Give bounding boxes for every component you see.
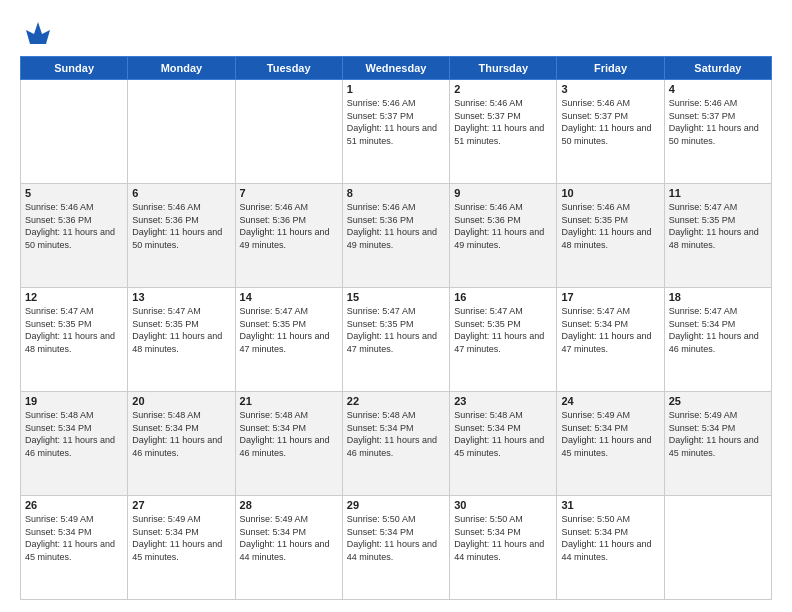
calendar-cell: 30Sunrise: 5:50 AMSunset: 5:34 PMDayligh… [450, 496, 557, 600]
calendar-cell: 3Sunrise: 5:46 AMSunset: 5:37 PMDaylight… [557, 80, 664, 184]
day-number: 13 [132, 291, 230, 303]
day-number: 21 [240, 395, 338, 407]
calendar-cell: 13Sunrise: 5:47 AMSunset: 5:35 PMDayligh… [128, 288, 235, 392]
calendar-cell: 8Sunrise: 5:46 AMSunset: 5:36 PMDaylight… [342, 184, 449, 288]
calendar-cell: 12Sunrise: 5:47 AMSunset: 5:35 PMDayligh… [21, 288, 128, 392]
calendar-cell: 10Sunrise: 5:46 AMSunset: 5:35 PMDayligh… [557, 184, 664, 288]
calendar-cell: 24Sunrise: 5:49 AMSunset: 5:34 PMDayligh… [557, 392, 664, 496]
day-number: 15 [347, 291, 445, 303]
calendar-table: SundayMondayTuesdayWednesdayThursdayFrid… [20, 56, 772, 600]
day-number: 5 [25, 187, 123, 199]
day-number: 12 [25, 291, 123, 303]
day-number: 17 [561, 291, 659, 303]
day-info: Sunrise: 5:47 AMSunset: 5:35 PMDaylight:… [669, 201, 767, 251]
calendar-cell [235, 80, 342, 184]
day-number: 19 [25, 395, 123, 407]
calendar-week-1: 1Sunrise: 5:46 AMSunset: 5:37 PMDaylight… [21, 80, 772, 184]
day-info: Sunrise: 5:49 AMSunset: 5:34 PMDaylight:… [25, 513, 123, 563]
calendar-cell: 15Sunrise: 5:47 AMSunset: 5:35 PMDayligh… [342, 288, 449, 392]
weekday-header-tuesday: Tuesday [235, 57, 342, 80]
calendar-cell: 9Sunrise: 5:46 AMSunset: 5:36 PMDaylight… [450, 184, 557, 288]
weekday-header-sunday: Sunday [21, 57, 128, 80]
calendar-cell: 28Sunrise: 5:49 AMSunset: 5:34 PMDayligh… [235, 496, 342, 600]
day-info: Sunrise: 5:46 AMSunset: 5:36 PMDaylight:… [240, 201, 338, 251]
day-number: 8 [347, 187, 445, 199]
calendar-cell [664, 496, 771, 600]
day-info: Sunrise: 5:46 AMSunset: 5:35 PMDaylight:… [561, 201, 659, 251]
calendar-cell: 16Sunrise: 5:47 AMSunset: 5:35 PMDayligh… [450, 288, 557, 392]
calendar-week-2: 5Sunrise: 5:46 AMSunset: 5:36 PMDaylight… [21, 184, 772, 288]
calendar-cell [128, 80, 235, 184]
day-info: Sunrise: 5:46 AMSunset: 5:37 PMDaylight:… [347, 97, 445, 147]
day-info: Sunrise: 5:47 AMSunset: 5:35 PMDaylight:… [454, 305, 552, 355]
day-info: Sunrise: 5:49 AMSunset: 5:34 PMDaylight:… [240, 513, 338, 563]
day-info: Sunrise: 5:46 AMSunset: 5:37 PMDaylight:… [669, 97, 767, 147]
calendar-cell: 4Sunrise: 5:46 AMSunset: 5:37 PMDaylight… [664, 80, 771, 184]
day-info: Sunrise: 5:46 AMSunset: 5:36 PMDaylight:… [347, 201, 445, 251]
calendar-cell: 11Sunrise: 5:47 AMSunset: 5:35 PMDayligh… [664, 184, 771, 288]
calendar-cell: 7Sunrise: 5:46 AMSunset: 5:36 PMDaylight… [235, 184, 342, 288]
day-info: Sunrise: 5:48 AMSunset: 5:34 PMDaylight:… [25, 409, 123, 459]
day-info: Sunrise: 5:50 AMSunset: 5:34 PMDaylight:… [347, 513, 445, 563]
day-number: 29 [347, 499, 445, 511]
calendar-cell: 5Sunrise: 5:46 AMSunset: 5:36 PMDaylight… [21, 184, 128, 288]
logo [20, 16, 54, 48]
calendar-page: SundayMondayTuesdayWednesdayThursdayFrid… [0, 0, 792, 612]
calendar-cell: 29Sunrise: 5:50 AMSunset: 5:34 PMDayligh… [342, 496, 449, 600]
day-number: 31 [561, 499, 659, 511]
calendar-cell: 6Sunrise: 5:46 AMSunset: 5:36 PMDaylight… [128, 184, 235, 288]
day-number: 9 [454, 187, 552, 199]
day-number: 3 [561, 83, 659, 95]
day-info: Sunrise: 5:48 AMSunset: 5:34 PMDaylight:… [132, 409, 230, 459]
calendar-week-4: 19Sunrise: 5:48 AMSunset: 5:34 PMDayligh… [21, 392, 772, 496]
day-info: Sunrise: 5:46 AMSunset: 5:36 PMDaylight:… [25, 201, 123, 251]
day-info: Sunrise: 5:46 AMSunset: 5:36 PMDaylight:… [132, 201, 230, 251]
day-number: 16 [454, 291, 552, 303]
day-number: 18 [669, 291, 767, 303]
calendar-week-5: 26Sunrise: 5:49 AMSunset: 5:34 PMDayligh… [21, 496, 772, 600]
day-number: 26 [25, 499, 123, 511]
weekday-header-wednesday: Wednesday [342, 57, 449, 80]
weekday-header-row: SundayMondayTuesdayWednesdayThursdayFrid… [21, 57, 772, 80]
day-number: 20 [132, 395, 230, 407]
day-number: 27 [132, 499, 230, 511]
calendar-cell: 25Sunrise: 5:49 AMSunset: 5:34 PMDayligh… [664, 392, 771, 496]
day-number: 4 [669, 83, 767, 95]
day-info: Sunrise: 5:47 AMSunset: 5:35 PMDaylight:… [347, 305, 445, 355]
day-info: Sunrise: 5:48 AMSunset: 5:34 PMDaylight:… [240, 409, 338, 459]
day-number: 14 [240, 291, 338, 303]
weekday-header-friday: Friday [557, 57, 664, 80]
day-info: Sunrise: 5:49 AMSunset: 5:34 PMDaylight:… [561, 409, 659, 459]
calendar-cell: 14Sunrise: 5:47 AMSunset: 5:35 PMDayligh… [235, 288, 342, 392]
calendar-cell: 17Sunrise: 5:47 AMSunset: 5:34 PMDayligh… [557, 288, 664, 392]
weekday-header-saturday: Saturday [664, 57, 771, 80]
day-number: 22 [347, 395, 445, 407]
day-info: Sunrise: 5:47 AMSunset: 5:34 PMDaylight:… [561, 305, 659, 355]
day-info: Sunrise: 5:49 AMSunset: 5:34 PMDaylight:… [132, 513, 230, 563]
weekday-header-thursday: Thursday [450, 57, 557, 80]
day-number: 7 [240, 187, 338, 199]
day-number: 11 [669, 187, 767, 199]
day-info: Sunrise: 5:46 AMSunset: 5:36 PMDaylight:… [454, 201, 552, 251]
calendar-cell: 21Sunrise: 5:48 AMSunset: 5:34 PMDayligh… [235, 392, 342, 496]
calendar-cell: 23Sunrise: 5:48 AMSunset: 5:34 PMDayligh… [450, 392, 557, 496]
calendar-cell: 31Sunrise: 5:50 AMSunset: 5:34 PMDayligh… [557, 496, 664, 600]
page-header [20, 16, 772, 48]
day-info: Sunrise: 5:50 AMSunset: 5:34 PMDaylight:… [561, 513, 659, 563]
calendar-week-3: 12Sunrise: 5:47 AMSunset: 5:35 PMDayligh… [21, 288, 772, 392]
day-number: 23 [454, 395, 552, 407]
day-info: Sunrise: 5:48 AMSunset: 5:34 PMDaylight:… [347, 409, 445, 459]
day-number: 1 [347, 83, 445, 95]
day-number: 24 [561, 395, 659, 407]
day-number: 30 [454, 499, 552, 511]
day-info: Sunrise: 5:47 AMSunset: 5:35 PMDaylight:… [25, 305, 123, 355]
calendar-cell: 2Sunrise: 5:46 AMSunset: 5:37 PMDaylight… [450, 80, 557, 184]
day-number: 10 [561, 187, 659, 199]
day-info: Sunrise: 5:47 AMSunset: 5:34 PMDaylight:… [669, 305, 767, 355]
day-info: Sunrise: 5:49 AMSunset: 5:34 PMDaylight:… [669, 409, 767, 459]
day-info: Sunrise: 5:50 AMSunset: 5:34 PMDaylight:… [454, 513, 552, 563]
day-number: 28 [240, 499, 338, 511]
logo-icon [22, 16, 54, 48]
calendar-cell [21, 80, 128, 184]
day-number: 25 [669, 395, 767, 407]
